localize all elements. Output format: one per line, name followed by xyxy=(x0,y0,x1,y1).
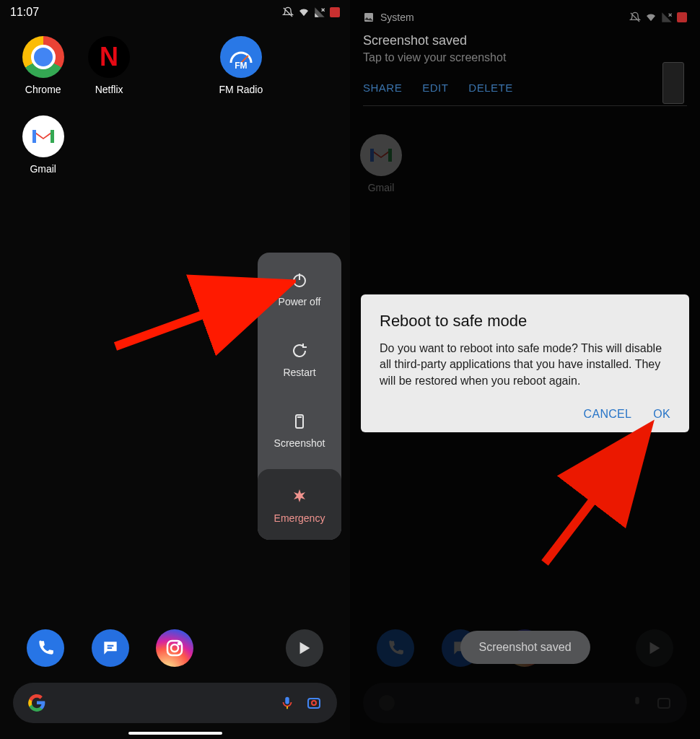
app-gmail[interactable]: Gmail xyxy=(10,115,76,175)
wifi-icon xyxy=(645,12,657,23)
gmail-icon xyxy=(22,115,64,157)
notification-subtitle: Tap to view your screenshot xyxy=(363,51,687,64)
lens-icon[interactable] xyxy=(305,694,323,712)
battery-icon xyxy=(677,12,687,22)
search-bar[interactable] xyxy=(13,683,337,723)
notification-thumbnail[interactable] xyxy=(662,62,684,104)
dialog-ok-button[interactable]: OK xyxy=(653,408,670,421)
dock-messages[interactable] xyxy=(92,629,129,667)
status-time: 11:07 xyxy=(10,6,39,19)
app-chrome[interactable]: Chrome xyxy=(10,36,76,95)
netflix-icon: N xyxy=(88,36,130,78)
restart-button[interactable]: Restart xyxy=(258,323,341,394)
status-bar: 11:07 xyxy=(0,0,350,25)
app-label: Netflix xyxy=(95,84,123,95)
status-icons xyxy=(282,6,340,18)
chrome-icon xyxy=(22,36,64,78)
notif-share-button[interactable]: SHARE xyxy=(363,82,402,94)
notification-title: Screenshot saved xyxy=(363,33,687,48)
wifi-icon xyxy=(298,6,310,18)
dialog-body: Do you want to reboot into safe mode? Th… xyxy=(380,341,670,389)
dock-phone[interactable] xyxy=(27,629,64,667)
dialog-cancel-button[interactable]: CANCEL xyxy=(584,408,632,421)
app-label: Chrome xyxy=(25,84,61,95)
google-g-icon xyxy=(27,694,46,712)
dnd-off-icon xyxy=(629,12,641,23)
emergency-label: Emergency xyxy=(274,512,325,524)
app-label: Gmail xyxy=(30,163,56,175)
signal-icon xyxy=(314,6,325,18)
power-off-label: Power off xyxy=(279,296,321,307)
screenshot-icon xyxy=(291,413,308,430)
battery-icon xyxy=(330,7,340,17)
phone-right: System Screenshot saved Tap to view your… xyxy=(350,0,700,739)
notif-delete-button[interactable]: DELETE xyxy=(468,82,512,94)
svg-rect-14 xyxy=(308,699,320,708)
restart-icon xyxy=(291,342,308,359)
power-off-button[interactable]: Power off xyxy=(258,253,341,323)
emergency-icon xyxy=(291,488,308,505)
notif-edit-button[interactable]: EDIT xyxy=(422,82,448,94)
app-netflix[interactable]: N Netflix xyxy=(76,36,141,95)
restart-label: Restart xyxy=(283,367,315,378)
toast: Screenshot saved xyxy=(460,631,590,664)
dock-play[interactable] xyxy=(286,629,323,667)
power-icon xyxy=(291,271,308,289)
svg-line-17 xyxy=(115,289,274,346)
dialog-title: Reboot to safe mode xyxy=(380,312,670,331)
phone-left: 11:07 Chrome N Netflix FM FM Radio xyxy=(0,0,350,739)
svg-rect-12 xyxy=(285,697,289,704)
dock-instagram[interactable] xyxy=(156,629,193,667)
notification-app: System xyxy=(380,12,414,23)
fmradio-icon: FM xyxy=(220,36,262,78)
svg-rect-2 xyxy=(51,130,54,143)
safe-mode-dialog: Reboot to safe mode Do you want to reboo… xyxy=(361,294,689,432)
image-icon xyxy=(363,12,375,23)
power-menu: Power off Restart Screenshot Emergency xyxy=(258,253,341,540)
emergency-button[interactable]: Emergency xyxy=(258,469,341,540)
toast-text: Screenshot saved xyxy=(478,641,571,653)
screenshot-label: Screenshot xyxy=(274,437,325,449)
notification[interactable]: System Screenshot saved Tap to view your… xyxy=(350,7,700,116)
home-grid: Chrome N Netflix FM FM Radio Gmail xyxy=(0,36,350,175)
svg-rect-1 xyxy=(32,130,36,143)
nav-home-indicator[interactable] xyxy=(128,732,222,735)
dock xyxy=(0,629,350,667)
app-label: FM Radio xyxy=(219,84,263,95)
screenshot-button[interactable]: Screenshot xyxy=(258,394,341,465)
signal-icon xyxy=(661,12,673,23)
svg-point-10 xyxy=(171,644,178,652)
dnd-off-icon xyxy=(282,6,294,18)
svg-point-11 xyxy=(178,643,180,645)
svg-point-15 xyxy=(312,701,316,705)
mic-icon[interactable] xyxy=(279,695,295,711)
app-fmradio[interactable]: FM FM Radio xyxy=(208,36,274,95)
